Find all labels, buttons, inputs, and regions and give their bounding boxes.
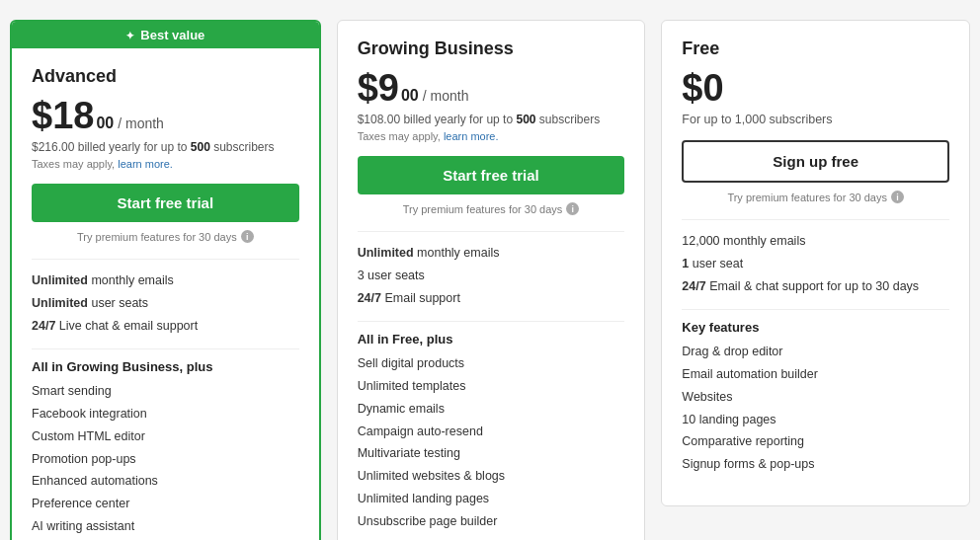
feature-item-growing-5: Unlimited websites & blogs — [358, 465, 625, 488]
highlight-item-advanced-1: Unlimited user seats — [32, 292, 299, 315]
price-per-advanced: / month — [118, 116, 164, 131]
feature-item-free-1: Email automation builder — [682, 363, 949, 386]
feature-item-advanced-6: AI writing assistant — [32, 515, 299, 538]
plan-name-advanced: Advanced — [32, 66, 299, 87]
price-dollar-advanced: $18 — [32, 97, 94, 134]
feature-item-advanced-2: Custom HTML editor — [32, 425, 299, 448]
section-title-growing: All in Free, plus — [358, 332, 625, 347]
highlight-item-growing-2: 24/7 Email support — [358, 287, 625, 310]
info-icon-growing: i — [566, 202, 579, 215]
divider2-growing — [358, 321, 625, 322]
highlight-item-advanced-2: 24/7 Live chat & email support — [32, 315, 299, 338]
feature-item-growing-4: Multivariate testing — [358, 442, 625, 465]
feature-item-advanced-3: Promotion pop-ups — [32, 448, 299, 471]
feature-item-growing-3: Campaign auto-resend — [358, 421, 625, 443]
card-free: Free $0 For up to 1,000 subscribersSign … — [661, 20, 970, 506]
learn-more-link-advanced[interactable]: learn more. — [118, 158, 173, 170]
card-growing: Growing Business $9 00 / month $108.00 b… — [337, 20, 646, 540]
info-icon-free: i — [891, 191, 904, 203]
section-title-advanced: All in Growing Business, plus — [32, 359, 299, 374]
subs-count-advanced: 500 — [191, 140, 210, 154]
features-free: Drag & drop editorEmail automation build… — [682, 341, 949, 476]
divider-free — [682, 219, 949, 220]
highlight-item-free-1: 1 user seat — [682, 253, 949, 275]
plan-name-free: Free — [682, 39, 949, 59]
card-body-free: Free $0 For up to 1,000 subscribersSign … — [662, 21, 969, 505]
card-body-advanced: Advanced $18 00 / month $216.00 billed y… — [12, 48, 319, 540]
feature-item-advanced-5: Preference center — [32, 493, 299, 515]
price-row-growing: $9 00 / month — [358, 69, 625, 107]
highlights-free: 12,000 monthly emails1 user seat24/7 Ema… — [682, 230, 949, 297]
feature-item-growing-2: Dynamic emails — [358, 398, 625, 421]
cta-button-free[interactable]: Sign up free — [682, 140, 949, 183]
divider2-free — [682, 309, 949, 310]
trial-note-text-advanced: Try premium features for 30 days — [77, 231, 237, 243]
feature-item-free-0: Drag & drop editor — [682, 341, 949, 363]
pricing-container: Best value Advanced $18 00 / month $216.… — [10, 20, 970, 540]
feature-item-free-4: Comparative reporting — [682, 430, 949, 453]
feature-item-growing-0: Sell digital products — [358, 352, 625, 375]
trial-note-growing: Try premium features for 30 days i — [358, 202, 625, 215]
feature-item-free-5: Signup forms & pop-ups — [682, 453, 949, 476]
feature-item-growing-1: Unlimited templates — [358, 375, 625, 398]
feature-item-advanced-0: Smart sending — [32, 380, 299, 403]
subs-count-growing: 500 — [516, 113, 535, 126]
section-title-free: Key features — [682, 320, 949, 335]
feature-item-free-2: Websites — [682, 386, 949, 409]
divider-advanced — [32, 259, 299, 260]
features-advanced: Smart sendingFacebook integrationCustom … — [32, 380, 299, 540]
trial-note-free: Try premium features for 30 days i — [682, 191, 949, 203]
divider-growing — [358, 231, 625, 232]
feature-item-advanced-1: Facebook integration — [32, 403, 299, 425]
best-value-label: Best value — [140, 28, 204, 42]
highlights-advanced: Unlimited monthly emailsUnlimited user s… — [32, 270, 299, 337]
learn-more-link-growing[interactable]: learn more. — [444, 130, 499, 142]
trial-note-advanced: Try premium features for 30 days i — [32, 230, 299, 243]
price-dollar-growing: $9 — [358, 69, 399, 107]
plan-name-growing: Growing Business — [358, 39, 625, 59]
best-value-banner: Best value — [12, 22, 319, 48]
highlight-item-advanced-0: Unlimited monthly emails — [32, 270, 299, 292]
star-icon — [125, 28, 134, 42]
feature-item-growing-6: Unlimited landing pages — [358, 488, 625, 510]
price-row-free: $0 — [682, 69, 949, 107]
price-super-advanced: 00 — [96, 116, 114, 131]
price-row-advanced: $18 00 / month — [32, 97, 299, 134]
info-icon-advanced: i — [241, 230, 254, 243]
feature-item-free-3: 10 landing pages — [682, 409, 949, 431]
price-per-growing: / month — [423, 88, 469, 104]
features-growing: Sell digital productsUnlimited templates… — [358, 352, 625, 532]
trial-note-text-growing: Try premium features for 30 days — [403, 203, 563, 215]
taxes-note-growing: Taxes may apply, learn more. — [358, 130, 625, 142]
for-up-free: For up to 1,000 subscribers — [682, 113, 949, 126]
highlight-item-growing-1: 3 user seats — [358, 265, 625, 287]
card-body-growing: Growing Business $9 00 / month $108.00 b… — [338, 21, 645, 540]
price-dollar-free: $0 — [682, 69, 723, 107]
cta-button-growing[interactable]: Start free trial — [358, 156, 625, 194]
taxes-note-advanced: Taxes may apply, learn more. — [32, 158, 299, 170]
card-advanced: Best value Advanced $18 00 / month $216.… — [10, 20, 321, 540]
feature-item-growing-7: Unsubscribe page builder — [358, 510, 625, 533]
trial-note-text-free: Try premium features for 30 days — [727, 192, 887, 203]
price-super-growing: 00 — [401, 88, 419, 104]
divider2-advanced — [32, 348, 299, 349]
highlight-item-free-0: 12,000 monthly emails — [682, 230, 949, 253]
price-billed-advanced: $216.00 billed yearly for up to 500 subs… — [32, 140, 299, 154]
highlight-item-free-2: 24/7 Email & chat support for up to 30 d… — [682, 275, 949, 298]
price-billed-growing: $108.00 billed yearly for up to 500 subs… — [358, 113, 625, 126]
highlight-item-growing-0: Unlimited monthly emails — [358, 242, 625, 265]
cta-button-advanced[interactable]: Start free trial — [32, 184, 299, 222]
highlights-growing: Unlimited monthly emails3 user seats24/7… — [358, 242, 625, 309]
feature-item-advanced-4: Enhanced automations — [32, 470, 299, 493]
